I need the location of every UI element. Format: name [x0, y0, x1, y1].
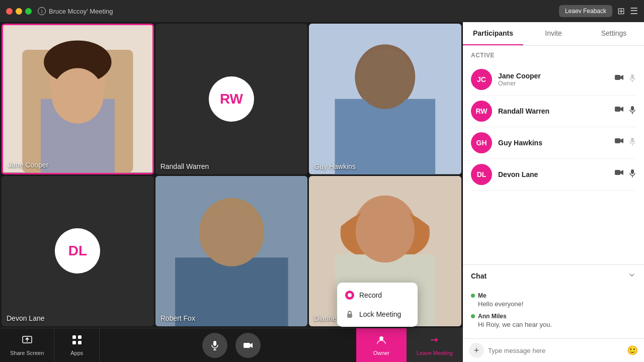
svg-rect-26 — [213, 341, 216, 346]
svg-point-5 — [52, 68, 104, 124]
video-cell-randall-warren: RW Randall Warren — [155, 24, 308, 174]
leave-feedback-button[interactable]: Leaev Feaback — [559, 5, 612, 17]
record-dot-icon — [345, 291, 354, 300]
chat-sender-me: Me — [471, 292, 636, 299]
participant-name-randall: Randall Warren — [160, 162, 209, 170]
chat-text-me: Hello everyone! — [478, 300, 636, 308]
chat-messages: Me Hello everyone! Ann Miles Hi Roiy, we… — [463, 287, 644, 338]
share-screen-button[interactable]: Share Screen — [0, 328, 54, 362]
svg-rect-37 — [615, 138, 620, 143]
chat-message-ann: Ann Miles Hi Roiy, we can hear you. — [471, 313, 636, 328]
toolbar-left: Share Screen Apps — [0, 328, 100, 362]
svg-rect-10 — [309, 24, 461, 174]
chat-message-me: Me Hello everyone! — [471, 292, 636, 308]
video-area: Jane Cooper RW Randall Warren Guy Hawki — [0, 22, 463, 362]
svg-rect-29 — [244, 343, 250, 348]
video-grid: Jane Cooper RW Randall Warren Guy Hawki — [0, 22, 463, 328]
menu-icon[interactable]: ☰ — [630, 6, 638, 17]
avatar-randall: RW — [209, 76, 254, 122]
sidebar-tabs: Participants Invite Settings — [463, 22, 644, 46]
svg-rect-24 — [72, 341, 76, 344]
avatar-randall-sidebar: RW — [471, 101, 492, 122]
svg-rect-25 — [78, 341, 82, 344]
participant-name-devon: Devon Lane — [7, 314, 45, 322]
participant-row-devon: DL Devon Lane — [471, 159, 636, 191]
chat-chevron-icon — [628, 271, 636, 281]
owner-button[interactable]: Owner — [356, 328, 407, 362]
sidebar: Participants Invite Settings Active JC J… — [463, 22, 644, 362]
emoji-button[interactable]: 🙂 — [627, 345, 638, 356]
online-indicator-me — [471, 294, 475, 298]
participant-role-jane: Owner — [498, 80, 609, 87]
svg-rect-31 — [615, 75, 620, 80]
view-icon[interactable]: ⊞ — [617, 6, 625, 17]
svg-rect-20 — [347, 314, 352, 318]
mic-icon-randall — [629, 106, 636, 117]
svg-rect-22 — [72, 335, 76, 339]
participant-controls-randall — [615, 106, 636, 117]
svg-rect-32 — [631, 74, 634, 79]
cam-icon-randall — [615, 106, 624, 117]
maximize-button[interactable] — [25, 8, 32, 15]
participant-row-randall: RW Randall Warren — [471, 96, 636, 127]
mic-button[interactable] — [202, 333, 227, 358]
svg-rect-41 — [631, 169, 634, 174]
titlebar: i Bruce Mccoy' Meeting Leaev Feaback ⊞ ☰ — [0, 0, 644, 22]
video-cell-jane-cooper: Jane Cooper — [2, 24, 154, 174]
svg-rect-34 — [615, 107, 620, 112]
info-icon: i — [38, 7, 46, 15]
participant-name-devon-sidebar: Devon Lane — [498, 170, 609, 178]
participant-row-jane: JC Jane Cooper Owner — [471, 64, 636, 96]
tab-settings[interactable]: Settings — [584, 22, 644, 45]
popup-record-item[interactable]: Record — [337, 286, 418, 305]
close-button[interactable] — [6, 8, 13, 15]
avatar-devon: DL — [55, 228, 100, 274]
avatar-jane-sidebar: JC — [471, 69, 492, 90]
mic-icon-devon — [629, 169, 636, 180]
active-section-label: Active — [471, 52, 636, 59]
leave-meeting-label: Leave Meeting — [417, 350, 453, 356]
chat-input[interactable] — [488, 347, 623, 354]
participant-name-robert: Robert Fox — [160, 314, 195, 322]
participant-name-randall-sidebar: Randall Warren — [498, 107, 609, 115]
cam-icon-jane — [615, 74, 624, 85]
participant-controls-guy — [615, 137, 636, 148]
sender-name-me: Me — [478, 292, 487, 299]
video-cell-devon-lane: DL Devon Lane — [2, 176, 154, 327]
participant-info-guy: Guy Hawkins — [498, 139, 609, 147]
titlebar-right: Leaev Feaback ⊞ ☰ — [559, 5, 638, 17]
leave-meeting-button[interactable]: Leave Meeting — [407, 328, 463, 362]
svg-rect-35 — [631, 106, 634, 111]
svg-rect-15 — [155, 176, 308, 327]
chat-label: Chat — [471, 272, 487, 280]
participant-name-jane: Jane Cooper — [8, 161, 48, 169]
svg-rect-40 — [615, 170, 620, 175]
participant-name-guy-sidebar: Guy Hawkins — [498, 139, 609, 147]
chat-sender-ann: Ann Miles — [471, 313, 636, 320]
participant-info-devon: Devon Lane — [498, 170, 609, 178]
participant-name-guy: Guy Hawkins — [314, 162, 355, 170]
apps-label: Apps — [70, 350, 83, 356]
apps-button[interactable]: Apps — [54, 328, 100, 362]
participants-section: Active JC Jane Cooper Owner — [463, 46, 644, 264]
chat-header[interactable]: Chat — [463, 265, 644, 287]
tab-invite[interactable]: Invite — [523, 22, 584, 45]
owner-icon — [376, 334, 387, 348]
participant-row-guy: GH Guy Hawkins — [471, 127, 636, 159]
chat-text-ann: Hi Roiy, we can hear you. — [478, 321, 636, 328]
chat-add-button[interactable]: + — [469, 343, 484, 358]
mic-icon-jane — [629, 74, 636, 85]
apps-icon — [71, 334, 83, 348]
tab-participants[interactable]: Participants — [463, 22, 523, 45]
popup-lock-item[interactable]: Lock Meeting — [337, 305, 418, 324]
meeting-info: i Bruce Mccoy' Meeting — [38, 7, 113, 15]
toolbar-center — [202, 333, 261, 358]
avatar-guy-sidebar: GH — [471, 132, 492, 153]
lock-icon — [345, 310, 354, 319]
svg-rect-23 — [78, 335, 82, 339]
share-screen-label: Share Screen — [10, 350, 44, 356]
share-screen-icon — [22, 334, 33, 348]
camera-button[interactable] — [235, 333, 261, 358]
avatar-devon-sidebar: DL — [471, 164, 492, 185]
minimize-button[interactable] — [16, 8, 22, 15]
